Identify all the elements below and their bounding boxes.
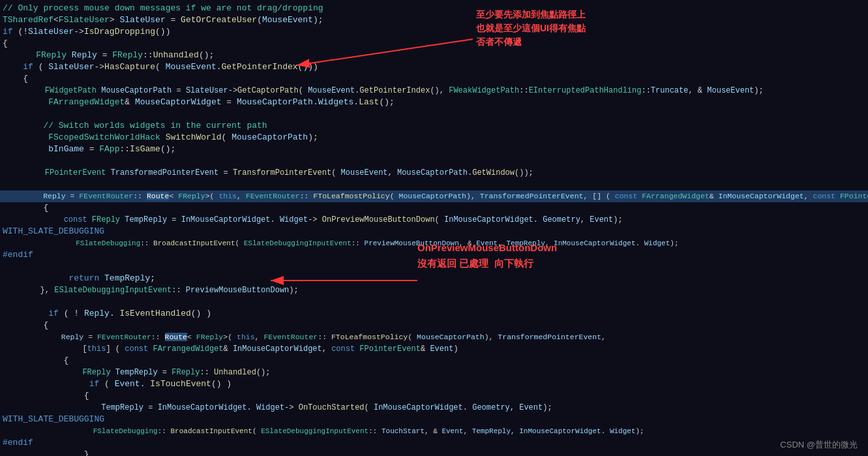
- line-39: }: [0, 449, 868, 456]
- line-2: TSharedRef<FSlateUser> SlateUser = GetOr…: [0, 14, 868, 26]
- line-36-macro: WITH_SLATE_DEBUGGING: [0, 414, 868, 425]
- line-3: if (!SlateUser->IsDragDropping()): [0, 26, 868, 38]
- line-15: FPointerEvent TransformedPointerEvent = …: [0, 167, 868, 179]
- line-4: {: [0, 38, 868, 50]
- line-34: {: [0, 390, 868, 402]
- line-16: [0, 179, 868, 190]
- line-17: Reply = FEventRouter:: Route< FReply>( t…: [0, 190, 868, 202]
- line-26: [0, 296, 868, 308]
- line-12: FScopedSwitchWorldHack SwitchWorld( Mous…: [0, 132, 868, 144]
- line-31: {: [0, 355, 868, 367]
- main-container: // Only process mouse down messages if w…: [0, 0, 868, 456]
- line-8: FWidgetPath MouseCaptorPath = SlateUser-…: [0, 85, 868, 97]
- line-32: FReply TempReply = FReply:: Unhandled();: [0, 367, 868, 378]
- line-27: if ( ! Reply. IsEventHandled() ): [0, 308, 868, 320]
- line-19: const FReply TempReply = InMouseCaptorWi…: [0, 214, 868, 226]
- line-28: {: [0, 320, 868, 331]
- line-30: [this] ( const FArrangedWidget& InMouseC…: [0, 343, 868, 355]
- line-35: TempReply = InMouseCaptorWidget. Widget-…: [0, 402, 868, 414]
- line-25: }, ESlateDebuggingInputEvent:: PreviewMo…: [0, 284, 868, 296]
- annotation-preview-mousedown: OnPreviewMouseButtonDown 沒有返回 已處理 向下執行: [417, 240, 557, 271]
- line-5: FReply Reply = FReply::Unhandled();: [0, 50, 868, 61]
- line-20-macro: WITH_SLATE_DEBUGGING: [0, 226, 868, 237]
- line-10: [0, 108, 868, 120]
- line-33: if ( Event. IsTouchEvent() ): [0, 378, 868, 390]
- line-11: // Switch worlds widgets in the current …: [0, 120, 868, 132]
- line-7: {: [0, 73, 868, 85]
- line-9: FArrangedWidget& MouseCaptorWidget = Mou…: [0, 97, 868, 108]
- line-18: {: [0, 202, 868, 214]
- watermark: CSDN @普世的微光: [780, 439, 858, 451]
- line-38-endif: #endif: [0, 437, 868, 449]
- line-6: if ( SlateUser->HasCapture( MouseEvent.G…: [0, 61, 868, 73]
- line-1: // Only process mouse down messages if w…: [0, 3, 868, 14]
- line-37: FSlateDebugging:: BroadcastInputEvent( E…: [0, 425, 868, 437]
- annotation-focus-path: 至少要先添加到焦點路徑上 也就是至少這個UI得有焦點 否者不傳遞: [476, 8, 586, 49]
- line-13: bInGame = FApp::IsGame();: [0, 144, 868, 155]
- line-24: return TempReply;: [0, 273, 868, 284]
- line-14: [0, 155, 868, 167]
- code-editor[interactable]: // Only process mouse down messages if w…: [0, 0, 868, 456]
- line-29: Reply = FEventRouter:: Route< FReply>( t…: [0, 331, 868, 343]
